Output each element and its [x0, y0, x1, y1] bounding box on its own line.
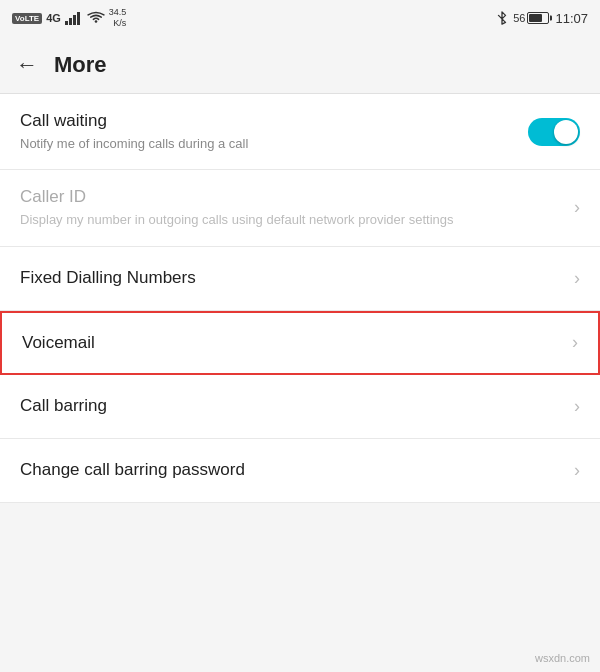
setting-text-call-waiting: Call waitingNotify me of incoming calls … — [20, 110, 528, 153]
battery-box — [527, 12, 549, 24]
time-display: 11:07 — [555, 11, 588, 26]
chevron-change-barring-password: › — [574, 460, 580, 481]
setting-text-call-barring: Call barring — [20, 395, 574, 417]
battery-icon: 56 — [513, 12, 549, 24]
setting-item-caller-id[interactable]: Caller IDDisplay my number in outgoing c… — [0, 170, 600, 246]
bluetooth-icon — [497, 11, 507, 25]
setting-title-caller-id: Caller ID — [20, 187, 86, 206]
setting-item-call-barring[interactable]: Call barring› — [0, 375, 600, 439]
watermark: wsxdn.com — [535, 652, 590, 664]
battery-fill — [529, 14, 542, 22]
setting-text-voicemail: Voicemail — [22, 332, 572, 354]
chevron-fixed-dialling: › — [574, 268, 580, 289]
setting-title-fixed-dialling: Fixed Dialling Numbers — [20, 268, 196, 287]
network-type: 4G — [46, 12, 61, 24]
setting-text-caller-id: Caller IDDisplay my number in outgoing c… — [20, 186, 574, 229]
settings-list: Call waitingNotify me of incoming calls … — [0, 94, 600, 503]
status-bar: VoLTE 4G 34.5 K/s 56 11:07 — [0, 0, 600, 36]
status-right: 56 11:07 — [497, 11, 588, 26]
setting-text-change-barring-password: Change call barring password — [20, 459, 574, 481]
setting-text-fixed-dialling: Fixed Dialling Numbers — [20, 267, 574, 289]
setting-subtitle-caller-id: Display my number in outgoing calls usin… — [20, 211, 574, 229]
setting-title-call-waiting: Call waiting — [20, 111, 107, 130]
setting-item-voicemail[interactable]: Voicemail› — [0, 311, 600, 375]
top-bar: ← More — [0, 36, 600, 94]
setting-item-fixed-dialling[interactable]: Fixed Dialling Numbers› — [0, 247, 600, 311]
svg-rect-1 — [69, 18, 72, 25]
setting-title-voicemail: Voicemail — [22, 333, 95, 352]
page-title: More — [54, 52, 107, 78]
setting-item-change-barring-password[interactable]: Change call barring password› — [0, 439, 600, 503]
svg-rect-3 — [77, 12, 80, 25]
wifi-icon — [87, 11, 105, 25]
chevron-call-barring: › — [574, 396, 580, 417]
setting-title-change-barring-password: Change call barring password — [20, 460, 245, 479]
volte-badge: VoLTE — [12, 13, 42, 24]
setting-subtitle-call-waiting: Notify me of incoming calls during a cal… — [20, 135, 528, 153]
status-left: VoLTE 4G 34.5 K/s — [12, 7, 126, 29]
back-button[interactable]: ← — [16, 52, 38, 78]
signal-icon — [65, 11, 83, 25]
chevron-caller-id: › — [574, 197, 580, 218]
svg-rect-2 — [73, 15, 76, 25]
setting-title-call-barring: Call barring — [20, 396, 107, 415]
data-speed: 34.5 K/s — [109, 7, 127, 29]
chevron-voicemail: › — [572, 332, 578, 353]
svg-rect-0 — [65, 21, 68, 25]
setting-item-call-waiting[interactable]: Call waitingNotify me of incoming calls … — [0, 94, 600, 170]
toggle-call-waiting[interactable] — [528, 118, 580, 146]
